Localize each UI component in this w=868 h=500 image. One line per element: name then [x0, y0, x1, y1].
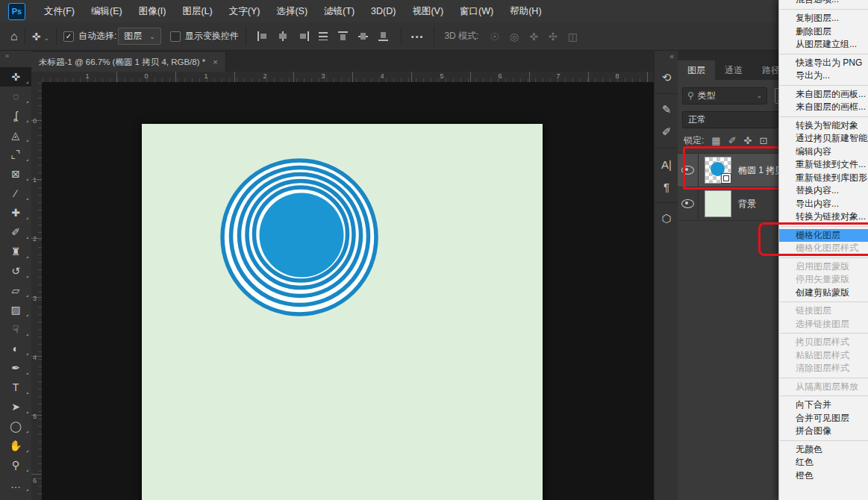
align-bottom-edges-icon[interactable]	[378, 31, 390, 41]
context-menu-item[interactable]	[780, 333, 868, 334]
panel-tab[interactable]: 图层	[678, 60, 715, 80]
layer-thumbnail[interactable]	[705, 190, 731, 217]
move-tool[interactable]: ✜	[0, 67, 31, 87]
context-menu-item[interactable]: 无颜色	[779, 443, 868, 457]
3d-roll-icon[interactable]: ◎	[510, 31, 519, 43]
show-transform-checkbox[interactable]	[170, 31, 181, 42]
context-menu-item[interactable]: 来自图层的画框...	[779, 101, 868, 114]
context-menu-item[interactable]	[780, 116, 868, 117]
lasso-tool[interactable]: ʆ	[0, 106, 31, 125]
paragraph-panel-icon[interactable]: ¶	[655, 175, 678, 198]
context-menu-item[interactable]: 转换为链接对象...	[779, 210, 868, 224]
brush-tool[interactable]: ✐	[0, 222, 31, 242]
distribute-icon[interactable]	[318, 31, 329, 41]
menubar-item[interactable]: 图层(L)	[174, 0, 220, 22]
toolbar-collapse-icon[interactable]: »	[0, 50, 31, 67]
3d-panel-icon[interactable]: ⬡	[655, 207, 678, 230]
dock-separator[interactable]	[655, 93, 678, 94]
menubar-item[interactable]: 滤镜(T)	[316, 0, 363, 22]
shape-tool[interactable]: ◯	[0, 416, 31, 436]
context-menu-item[interactable]: 启用图层蒙版	[779, 260, 868, 274]
document-tab[interactable]: 未标题-1 @ 66.7% (椭圆 1 拷贝 4, RGB/8) * ×	[31, 52, 226, 72]
ruler-origin-corner[interactable]	[31, 72, 43, 83]
layer-name[interactable]: 背景	[738, 198, 756, 210]
context-menu-item[interactable]: 替换内容...	[779, 184, 868, 198]
context-menu-item[interactable]: 拷贝图层样式	[779, 336, 868, 349]
menubar-item[interactable]: 文字(Y)	[221, 0, 269, 22]
type-tool[interactable]: T	[0, 378, 31, 397]
context-menu-item[interactable]: 混合选项...	[779, 0, 868, 7]
panel-tab[interactable]: 通道	[715, 60, 752, 80]
brushes-panel-icon[interactable]: ✐	[655, 121, 678, 143]
context-menu-item[interactable]: 停用矢量蒙版	[779, 273, 868, 287]
menubar-item[interactable]: 3D(D)	[363, 0, 404, 22]
context-menu-item[interactable]	[780, 301, 868, 302]
lock-image-pixels-icon[interactable]: ✐	[728, 135, 737, 146]
context-menu-item[interactable]: 导出内容...	[779, 198, 868, 211]
context-menu-item[interactable]: 粘贴图层样式	[779, 349, 868, 363]
context-menu-item[interactable]: 红色	[779, 456, 868, 469]
context-menu-item[interactable]: 快速导出为 PNG	[779, 57, 868, 70]
chevron-down-icon[interactable]: ⌄	[43, 34, 49, 42]
dock-separator[interactable]	[655, 202, 678, 203]
context-menu-item[interactable]: 栅格化图层	[779, 229, 868, 243]
align-right-edges-icon[interactable]	[298, 31, 309, 41]
context-menu-item[interactable]	[780, 54, 868, 54]
context-menu-item[interactable]	[780, 396, 868, 396]
menubar-item[interactable]: 帮助(H)	[502, 0, 549, 22]
align-vertical-centers-icon[interactable]	[358, 31, 369, 41]
lock-position-icon[interactable]: ✜	[744, 135, 752, 146]
menubar-item[interactable]: 编辑(E)	[83, 0, 131, 22]
context-menu-item[interactable]	[780, 440, 868, 441]
menubar-item[interactable]: 窗口(W)	[452, 0, 502, 22]
more-options-icon[interactable]: •••	[411, 32, 425, 41]
eraser-tool[interactable]: ▱	[0, 281, 31, 300]
context-menu-item[interactable]: 编辑内容	[779, 146, 868, 159]
context-menu-item[interactable]: 通过拷贝新建智能对象	[779, 132, 868, 146]
layer-visibility-toggle[interactable]	[678, 187, 699, 220]
clone-stamp-tool[interactable]: ♜	[0, 242, 31, 261]
context-menu-item[interactable]: 转换为智能对象	[779, 119, 868, 133]
dock-separator[interactable]	[655, 148, 678, 149]
blend-mode-dropdown[interactable]: 正常 ⌄	[682, 111, 791, 128]
context-menu-item[interactable]: 从隔离图层释放	[779, 381, 868, 394]
smudge-tool[interactable]: ☟	[0, 319, 31, 339]
context-menu-item[interactable]: 选择链接图层	[779, 318, 868, 331]
menubar-item[interactable]: 视图(V)	[404, 0, 452, 22]
menubar-item[interactable]: 文件(F)	[36, 0, 83, 22]
eyedropper-tool[interactable]: ∕	[0, 184, 31, 203]
context-menu-item[interactable]	[780, 378, 868, 378]
close-icon[interactable]: ×	[213, 57, 217, 66]
pasteboard[interactable]	[42, 82, 654, 500]
3d-pan-icon[interactable]: ✜	[529, 31, 538, 43]
layer-filter-dropdown[interactable]: ⚲ 类型 ⌄	[682, 87, 767, 104]
context-menu-item[interactable]: 删除图层	[779, 25, 868, 39]
frame-tool[interactable]: ⊠	[0, 164, 31, 184]
align-horizontal-centers-icon[interactable]	[278, 31, 289, 41]
context-menu-item[interactable]: 橙色	[779, 469, 868, 483]
layer-thumbnail[interactable]	[705, 157, 731, 184]
brush-settings-panel-icon[interactable]: ✎	[655, 99, 678, 121]
healing-brush-tool[interactable]: ✚	[0, 203, 31, 222]
more-tools[interactable]: …	[0, 475, 31, 494]
canvas[interactable]	[142, 124, 543, 500]
gradient-tool[interactable]: ▨	[0, 300, 31, 319]
context-menu-item[interactable]: 拼合图像	[779, 425, 868, 438]
move-tool-preset-icon[interactable]: ✜	[32, 31, 41, 43]
align-left-edges-icon[interactable]	[257, 31, 269, 41]
menubar-item[interactable]: 图像(I)	[131, 0, 175, 22]
marquee-tool[interactable]: ◌	[0, 87, 31, 106]
history-panel-icon[interactable]: ⟲	[655, 66, 678, 89]
3d-slide-icon[interactable]: ✣	[549, 31, 558, 43]
context-menu-item[interactable]: 从图层建立组...	[779, 38, 868, 51]
auto-select-checkbox[interactable]: ✓	[63, 31, 74, 42]
context-menu-item[interactable]: 清除图层样式	[779, 362, 868, 375]
context-menu-item[interactable]	[780, 85, 868, 86]
quick-selection-tool[interactable]: ◬	[0, 125, 31, 145]
context-menu-item[interactable]: 重新链接到文件...	[779, 158, 868, 172]
context-menu-item[interactable]: 栅格化图层样式	[779, 242, 868, 255]
align-top-edges-icon[interactable]	[338, 31, 349, 41]
context-menu-item[interactable]: 向下合并	[779, 399, 868, 412]
lock-artboard-icon[interactable]: ⊡	[759, 135, 767, 146]
context-menu-item[interactable]: 复制图层...	[779, 12, 868, 25]
